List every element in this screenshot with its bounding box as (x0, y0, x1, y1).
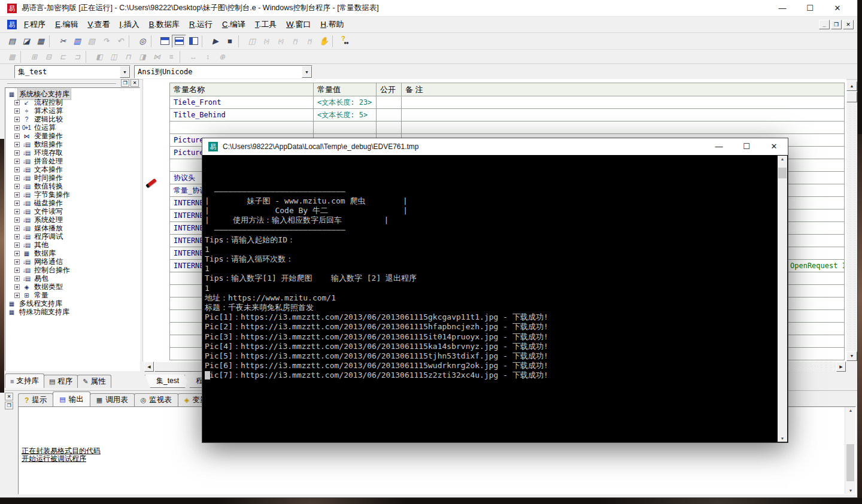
bottom-panel-tab[interactable]: ◎监视表 (134, 393, 178, 406)
conversion-combobox[interactable]: Ansi到Unicode ▼ (134, 65, 312, 78)
menu-item[interactable]: B.数据库 (149, 19, 180, 30)
workspace-combobox[interactable]: 集_test ▼ (14, 65, 130, 78)
expand-icon[interactable]: + (14, 117, 20, 122)
run-to-cursor-icon[interactable]: {*} (302, 35, 317, 48)
cell-constant-value[interactable] (314, 122, 377, 134)
expand-icon[interactable]: + (14, 133, 20, 139)
expand-icon[interactable]: + (14, 175, 20, 181)
debug-display-icon[interactable]: ◫ (245, 35, 259, 48)
console-output[interactable]: ————————————————————————————| 妹子图 - www.… (202, 155, 788, 442)
cell-constant-name[interactable] (170, 122, 314, 134)
console-maximize-button[interactable]: ☐ (733, 138, 760, 155)
panel-grip[interactable]: ❒ ✕ (5, 79, 140, 87)
cut-icon[interactable]: ✂ (56, 35, 70, 48)
menu-item[interactable]: V.查看 (87, 19, 110, 30)
menu-item[interactable]: W.窗口 (286, 19, 311, 30)
fit-width-icon[interactable]: ↔ (186, 51, 201, 62)
scroll-down-icon[interactable] (778, 436, 787, 441)
mdi-close-button[interactable]: ✕ (843, 20, 854, 29)
cell-constant-name[interactable]: Tiele_Front (170, 96, 314, 109)
add-right-unit-icon[interactable]: ⊟ (41, 51, 56, 62)
menu-item[interactable]: I.插入 (120, 19, 139, 30)
separator[interactable] (20, 51, 26, 63)
cell-public[interactable] (377, 109, 402, 122)
menu-item[interactable]: T.工具 (255, 19, 277, 30)
expand-icon[interactable]: + (14, 284, 20, 290)
separator[interactable] (49, 35, 54, 47)
copy-icon[interactable]: ▥ (70, 35, 84, 48)
chevron-down-icon[interactable]: ▼ (302, 66, 312, 78)
tree-item[interactable]: ▦ 系统核心支持库 (7, 90, 139, 98)
cell-note[interactable] (402, 109, 845, 122)
expand-icon[interactable]: + (14, 268, 20, 273)
separator[interactable] (180, 51, 185, 63)
expand-icon[interactable]: + (14, 142, 20, 147)
table-row[interactable]: Title_Behind <文本长度: 5> (170, 109, 845, 122)
separator[interactable] (202, 35, 207, 47)
menu-item[interactable]: F.程序 (24, 19, 45, 30)
add-left-unit-icon[interactable]: ⊞ (27, 51, 41, 62)
output-scrollbar[interactable] (845, 407, 855, 494)
window-grid-icon[interactable]: ▦ (5, 51, 19, 62)
pause-icon[interactable]: ✋ (317, 35, 331, 48)
mdi-restore-button[interactable]: ❐ (831, 20, 842, 29)
scroll-up-icon[interactable] (845, 408, 856, 412)
scroll-down-icon[interactable] (846, 351, 857, 361)
scroll-down-icon[interactable] (845, 488, 856, 493)
menu-item[interactable]: E.编辑 (55, 19, 78, 30)
expand-icon[interactable]: + (14, 226, 20, 231)
tree-item[interactable]: ▦ 特殊功能支持库 (7, 308, 139, 316)
expand-icon[interactable]: + (14, 234, 20, 239)
table-row[interactable]: Tiele_Front <文本长度: 23> (170, 96, 845, 109)
chevron-down-icon[interactable]: ▼ (120, 66, 130, 78)
expand-icon[interactable]: + (14, 108, 20, 114)
cell-public[interactable] (377, 96, 402, 109)
separator[interactable] (86, 51, 91, 63)
expand-icon[interactable]: + (14, 293, 20, 298)
left-panel-tab[interactable]: ▤程序 (44, 375, 78, 388)
separator[interactable] (238, 35, 244, 47)
scroll-left-icon[interactable] (144, 362, 154, 372)
panel-close-button[interactable]: ✕ (130, 79, 139, 87)
close-button[interactable]: ✕ (824, 1, 851, 16)
scroll-up-icon[interactable] (846, 81, 857, 91)
table-row[interactable] (170, 122, 845, 134)
align-left-icon[interactable]: ◧ (92, 51, 107, 62)
window-layout-band-icon[interactable] (172, 35, 186, 48)
console-title-bar[interactable]: 易 C:\Users\98222\AppData\Local\Temp\e_de… (202, 138, 788, 155)
scroll-thumb[interactable] (846, 444, 854, 481)
same-width-icon[interactable]: ⋈ (150, 51, 164, 62)
add-top-unit-icon[interactable]: ⊏ (56, 51, 70, 62)
scroll-up-icon[interactable] (778, 157, 787, 161)
panel-close-button[interactable]: ✕ (5, 393, 13, 400)
expand-icon[interactable]: + (14, 192, 20, 198)
column-header-name[interactable]: 常量名称 (170, 83, 314, 96)
step-over-icon[interactable]: {<} (274, 35, 288, 48)
cell-note[interactable] (402, 122, 845, 134)
expand-icon[interactable]: + (14, 100, 20, 105)
column-header-note[interactable]: 备 注 (402, 83, 845, 96)
fit-both-icon[interactable]: ⊕ (215, 51, 229, 62)
maximize-button[interactable]: ☐ (796, 1, 824, 16)
paste-icon[interactable]: ▧ (84, 35, 99, 48)
add-bottom-unit-icon[interactable]: ⊐ (70, 51, 84, 62)
expand-icon[interactable]: + (14, 217, 20, 223)
align-top-icon[interactable]: ⊓ (121, 51, 135, 62)
cell-constant-value[interactable]: <文本长度: 23> (314, 96, 377, 109)
expand-icon[interactable]: + (14, 259, 20, 265)
cell-constant-name[interactable]: Title_Behind (170, 109, 314, 122)
align-center-icon[interactable]: ◫ (107, 51, 121, 62)
mdi-minimize-button[interactable]: _ (819, 20, 830, 29)
expand-icon[interactable]: + (14, 184, 20, 189)
cell-note[interactable] (402, 96, 845, 109)
menu-item[interactable]: H.帮助 (320, 19, 344, 30)
column-header-public[interactable]: 公开 (377, 83, 402, 96)
left-panel-tab[interactable]: ✎属性 (77, 375, 111, 388)
window-layout-split-icon[interactable] (186, 35, 201, 48)
menu-item[interactable]: C.编译 (222, 19, 245, 30)
separator[interactable] (129, 35, 134, 47)
bottom-panel-tab[interactable]: ?提示 (18, 393, 53, 406)
document-tab[interactable]: 集_test (145, 375, 190, 388)
window-layout-top-icon[interactable] (157, 35, 172, 48)
left-panel-tab[interactable]: ≡支持库 (5, 374, 44, 388)
